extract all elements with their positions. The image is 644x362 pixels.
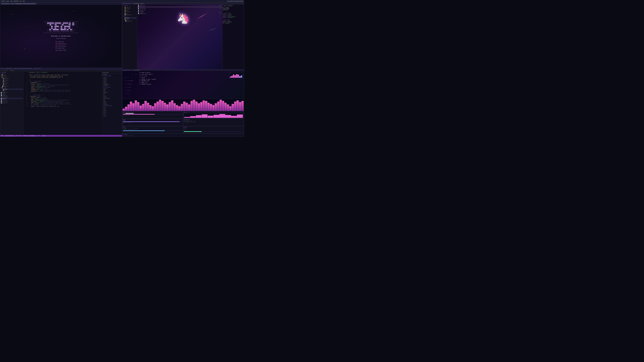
- viz-bar-31: [198, 103, 200, 111]
- code-line-21: username = "emmet"; # username: [28, 97, 101, 98]
- nf-uptime: BI: UPTIME: 21 hours 7 minutes: [139, 79, 156, 80]
- battery-status: 100%: [6, 1, 10, 2]
- outline-outputs: ▶ outputs: [102, 74, 122, 75]
- sidebar-item-readme-system[interactable]: 📄README.org: [125, 20, 136, 22]
- sidebar-item-user[interactable]: 📁user: [124, 19, 136, 20]
- panel-qutebrowser: Tech Profile — file:///home/emmet/.brows…: [0, 2, 122, 69]
- viz-bar-1: [125, 107, 127, 111]
- sysmon-mem-stats: RAM: 95 5.761B/2.201B 0%: [123, 122, 183, 124]
- disk-item-2: /dev/dm-0 /nix/store 503GB: [123, 129, 183, 130]
- viz-bar-29: [193, 100, 195, 111]
- tree-item-flake-nix[interactable]: 📄flake.nix: [0, 98, 23, 99]
- editor-code-lines: description = "Flake of LibrePhoenix"; o…: [28, 72, 101, 135]
- editor-tab-dotfiles[interactable]: ▶ .dotfiles: [1, 70, 8, 71]
- code-line-26: wm = "hyprland"; # selected window manag…: [28, 104, 101, 105]
- fm-file-row-flake-lock[interactable]: 📄 flake.lock 22.5 K: [137, 4, 222, 6]
- sysmon-net-bar: [184, 131, 202, 132]
- fm-sidebar: ▼ profiles 📁home lab 📁personal 📁work 📁wo…: [122, 4, 137, 69]
- editor-code-area[interactable]: 1234567891011121314151617181920212223242…: [24, 72, 102, 135]
- tree-item-readme-profiles[interactable]: 📄README.org: [2, 85, 23, 87]
- tree-item-git[interactable]: ▶ 📁 .git: [0, 73, 23, 75]
- sidebar-item-personal[interactable]: 📁personal: [124, 8, 136, 9]
- editor-ft-badge: Nix: [38, 135, 40, 136]
- fm-file-row-readme[interactable]: 📄 README.org 40.4 K: [137, 13, 222, 14]
- tree-item-license[interactable]: 📄LICENSE: [0, 93, 23, 95]
- tree-item-wsl[interactable]: ▶📁wsl: [2, 84, 23, 85]
- tree-item-work[interactable]: ▶📁work: [2, 81, 23, 82]
- sys-content: \ // \\ // :::::///==== :::::///// \\ \\…: [122, 71, 244, 137]
- sysmon-cpuline-title: CPU line: [184, 112, 243, 113]
- sysmon-disks-list: /dev/dm-0 / 504GB /dev/dm-0 /nix/store 5…: [123, 128, 183, 130]
- sidebar-item-readme-profiles[interactable]: 📄README.org: [124, 14, 136, 15]
- viz-bar-28: [190, 101, 193, 111]
- viz-bar-27: [188, 104, 190, 111]
- qb-menu-closetab[interactable]: [x] [Close tab]: [55, 49, 66, 51]
- viz-bar-15: [159, 100, 161, 111]
- tree-item-homelab[interactable]: ▶📁home lab: [2, 78, 23, 79]
- viz-bar-45: [232, 104, 234, 111]
- viz-bar-34: [205, 101, 207, 111]
- tree-item-system[interactable]: ▼📁system: [0, 87, 23, 88]
- viz-bar-33: [202, 100, 205, 111]
- sidebar-item-worklab[interactable]: 📁worklab: [124, 11, 136, 12]
- outline-usersettings: ▼ ● userSettings: [102, 87, 122, 88]
- tree-item-patches[interactable]: ▶ 📁 patches: [0, 75, 23, 76]
- outline-nixpkgs-items: systemnameeditorpatches: [102, 107, 122, 111]
- tree-item-desktop-png[interactable]: 🖼desktop.png: [0, 96, 23, 98]
- fm-file-row-install-sh[interactable]: 📄 install.sh: [137, 9, 222, 11]
- sys-term-bar: emmet@snowfire:~ $ distfetch: [122, 70, 244, 71]
- sidebar-item-wsl[interactable]: 📁wsl: [124, 12, 136, 14]
- tree-item-harden[interactable]: 📄harden.sh: [0, 99, 23, 101]
- qb-menu-quickmarks[interactable]: [b] [Quickmarks]: [55, 43, 66, 45]
- sysmon-cpu-bar: [123, 114, 155, 115]
- viz-bar-6: [137, 102, 139, 111]
- tree-item-profiles[interactable]: ▼ 📁 profiles: [0, 76, 23, 78]
- sidebar-item-themes[interactable]: 📁themes: [124, 17, 136, 19]
- sidebar-item-work[interactable]: 📁work: [124, 9, 136, 11]
- code-line-5: org-nursery, org-yaap, org-side-tree, or…: [28, 77, 101, 78]
- cpu-bar-7: [239, 76, 240, 78]
- fm-term-title: emmet@snowfire:~: [123, 3, 133, 4]
- editor-tab-flake[interactable]: flake.nix: [9, 70, 16, 71]
- nf-packages: MA: PACKAGES: 3577: [139, 80, 156, 82]
- code-line-6: [28, 78, 101, 80]
- tree-item-themes[interactable]: ▶📁themes: [2, 88, 23, 90]
- editor-scrollpos: Top: [20, 135, 21, 136]
- qb-active-tab[interactable]: Tech Profile — file:///home/emmet/.brows…: [1, 3, 37, 4]
- qb-menu-newtab[interactable]: [t] [New tab]: [55, 47, 66, 49]
- filetree-root: ▼ .dotfiles: [0, 72, 23, 73]
- outline-nixpkgs: ▼ ● nixpkgs-patched: [102, 105, 122, 106]
- qb-tab-bar: Tech Profile — file:///home/emmet/.brows…: [0, 2, 122, 5]
- editor-filepath: ✦ .dotfiles/flake.nix: [4, 135, 15, 136]
- tree-item-user[interactable]: ▶📁user: [2, 90, 23, 91]
- sidebar-item-homelab[interactable]: 📁home lab: [124, 6, 136, 8]
- tree-item-readme2[interactable]: 📄README.org: [0, 95, 23, 96]
- tree-item-worklab[interactable]: ▶📁worklab: [2, 82, 23, 84]
- datetime: Sat 2024-03-09 05:06:00 PM: [227, 1, 244, 2]
- fm-file-row-flake-nix[interactable]: 📄 flake.nix 2.3 K: [137, 6, 222, 8]
- star-deco: [12, 14, 13, 14]
- qb-menu-history[interactable]: [$ h] [History]: [55, 45, 66, 47]
- nf-desktop: RI: DESKTOP: hyprland: [139, 83, 156, 85]
- tree-item-personal[interactable]: ▶📁personal: [2, 79, 23, 81]
- viz-bar-7: [140, 106, 142, 111]
- code-line-17: };: [28, 92, 101, 93]
- sys-term-cmd: $ distfetch: [133, 70, 140, 71]
- tree-item-install-sh[interactable]: 📄install.sh: [0, 102, 23, 104]
- fm-file-row-license[interactable]: 📄 LICENSE 34.2 K: [137, 11, 222, 13]
- tree-item-install-org[interactable]: 📄install.org: [0, 101, 23, 102]
- nf-shell: CN: SHELL: zsh: [139, 82, 156, 83]
- fm-file-row-install-org[interactable]: 📄 install.org 22 K: [137, 8, 222, 9]
- tree-item-readme-root[interactable]: 📄README.org: [0, 92, 23, 93]
- editor-outline: ▶ description ▶ outputs ▼ ● systemSettin…: [102, 72, 122, 135]
- viz-bar-16: [161, 101, 164, 111]
- viz-bar-4: [132, 103, 134, 111]
- viz-bar-13: [154, 103, 156, 111]
- qb-menu-search[interactable]: [o] [Search]: [55, 41, 66, 43]
- sysmon-mem-bar-bg: [123, 121, 183, 122]
- viz-bar-14: [156, 102, 159, 111]
- qb-ascii-art: ┌──────────────────────────────────────┐…: [44, 21, 78, 34]
- sysmon-temps: Temperatures card0 (amdgpu): edge 49°C c…: [183, 119, 244, 126]
- top-bar: ⚡ Tech 100% 20% 🔊 100% 2S 10S Sat 2024-0…: [0, 0, 244, 2]
- cpu-bar-6: [238, 75, 239, 78]
